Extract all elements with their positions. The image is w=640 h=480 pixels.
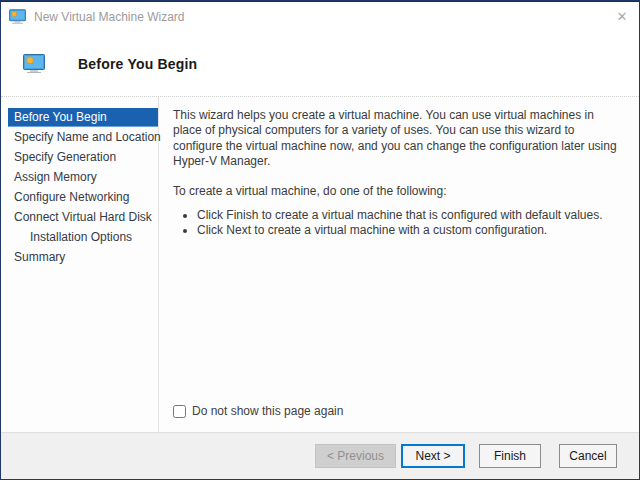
intro-text: This wizard helps you create a virtual m… — [173, 108, 623, 169]
next-button[interactable]: Next > — [401, 444, 465, 468]
bullet-item-finish: Click Finish to create a virtual machine… — [197, 208, 623, 223]
dont-show-again-label[interactable]: Do not show this page again — [192, 404, 343, 418]
instruction-text: To create a virtual machine, do one of t… — [173, 184, 623, 198]
previous-button[interactable]: < Previous — [315, 444, 396, 468]
page-title: Before You Begin — [78, 56, 197, 72]
sidebar: Before You Begin Specify Name and Locati… — [1, 97, 159, 432]
sidebar-item-assign-memory[interactable]: Assign Memory — [1, 167, 158, 187]
sidebar-item-summary[interactable]: Summary — [1, 247, 158, 267]
wizard-body: Before You Begin Specify Name and Locati… — [1, 97, 639, 432]
wizard-header: Before You Begin — [1, 31, 639, 97]
close-icon[interactable]: ✕ — [605, 2, 639, 31]
dont-show-again-row: Do not show this page again — [173, 404, 343, 418]
cancel-button[interactable]: Cancel — [559, 444, 617, 468]
wizard-window: New Virtual Machine Wizard ✕ Before You … — [0, 0, 640, 480]
sidebar-item-connect-virtual-hard-disk[interactable]: Connect Virtual Hard Disk — [1, 207, 158, 227]
button-bar: < Previous Next > Finish Cancel — [1, 432, 639, 479]
bullet-list: Click Finish to create a virtual machine… — [173, 208, 623, 238]
bullet-item-next: Click Next to create a virtual machine w… — [197, 223, 623, 238]
sidebar-item-configure-networking[interactable]: Configure Networking — [1, 187, 158, 207]
header-vm-icon — [23, 54, 45, 73]
sidebar-item-specify-generation[interactable]: Specify Generation — [1, 147, 158, 167]
app-vm-icon — [9, 9, 26, 24]
window-title: New Virtual Machine Wizard — [34, 10, 605, 24]
sidebar-item-before-you-begin[interactable]: Before You Begin — [8, 108, 158, 127]
sidebar-item-installation-options[interactable]: Installation Options — [1, 227, 158, 247]
dont-show-again-checkbox[interactable] — [173, 405, 186, 418]
sidebar-item-specify-name-and-location[interactable]: Specify Name and Location — [1, 127, 158, 147]
finish-button[interactable]: Finish — [479, 444, 541, 468]
titlebar: New Virtual Machine Wizard ✕ — [1, 1, 639, 31]
content-pane: This wizard helps you create a virtual m… — [159, 97, 639, 432]
